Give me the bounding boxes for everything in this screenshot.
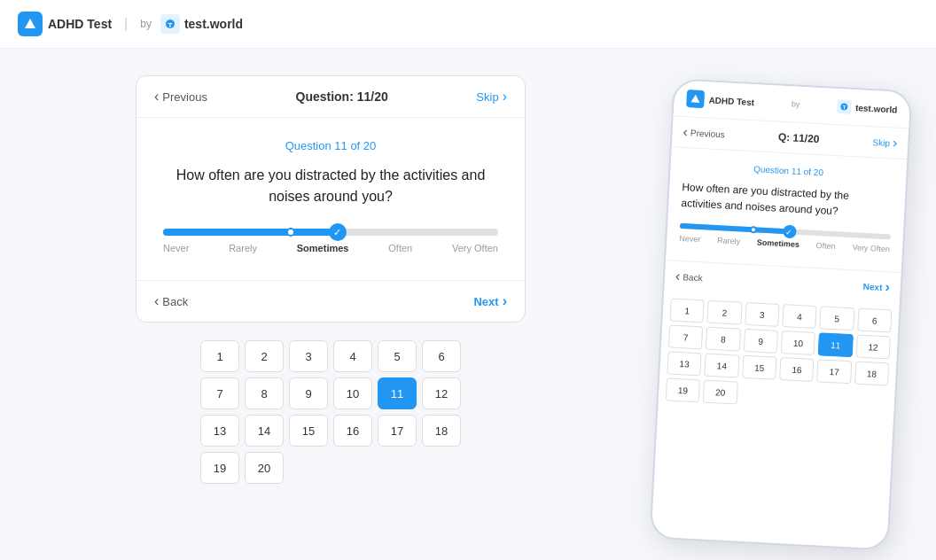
phone-number-cell-14[interactable]: 14 [705, 354, 740, 378]
left-section: Previous Question: 11/20 Skip Question 1… [35, 66, 626, 542]
number-cell-19[interactable]: 19 [200, 452, 239, 484]
number-cell-20[interactable]: 20 [245, 452, 284, 484]
number-cell-9[interactable]: 9 [289, 377, 328, 409]
phone-back-chevron-icon [675, 268, 681, 284]
number-cell-7[interactable]: 7 [200, 377, 239, 409]
phone-skip-chevron-icon [893, 135, 898, 151]
phone-question-counter: Q: 11/20 [777, 131, 819, 145]
phone-number-cell-12[interactable]: 12 [855, 335, 891, 360]
slider-labels: Never Rarely Sometimes Often Very Often [163, 243, 498, 253]
phone-skip-label: Skip [872, 137, 890, 148]
phone-slider-fill [680, 223, 790, 234]
phone-question-text: How often are you distracted by the acti… [681, 179, 893, 222]
number-cell-6[interactable]: 6 [422, 340, 461, 372]
phone-number-cell-3[interactable]: 3 [745, 302, 780, 327]
phone-number-cell-6[interactable]: 6 [857, 308, 893, 333]
phone-number-cell-11[interactable]: 11 [818, 332, 854, 357]
phone-number-cell-9[interactable]: 9 [743, 329, 778, 354]
quiz-card-header: Previous Question: 11/20 Skip [136, 76, 525, 118]
back-button[interactable]: Back [154, 293, 188, 309]
number-cell-13[interactable]: 13 [200, 415, 239, 447]
slider-label-sometimes: Sometimes [297, 243, 349, 253]
slider-label-often: Often [388, 243, 412, 253]
number-cell-8[interactable]: 8 [245, 377, 284, 409]
phone-number-cell-8[interactable]: 8 [706, 327, 741, 352]
svg-marker-0 [25, 19, 35, 28]
phone-back-label: Back [682, 272, 703, 283]
slider-track[interactable]: ✓ [163, 229, 498, 236]
next-chevron-right-icon [503, 293, 507, 309]
skip-label: Skip [476, 90, 498, 104]
phone-number-cell-19[interactable]: 19 [666, 377, 701, 402]
phone-previous-button[interactable]: Previous [682, 124, 725, 142]
phone-number-cell-17[interactable]: 17 [816, 359, 852, 384]
chevron-right-icon [503, 89, 507, 105]
header-divider: | [124, 16, 128, 32]
phone-number-cell-2[interactable]: 2 [707, 300, 743, 325]
phone-number-cell-20[interactable]: 20 [703, 380, 738, 405]
back-chevron-left-icon [154, 293, 159, 309]
number-cell-12[interactable]: 12 [422, 377, 461, 409]
phone-prev-label: Previous [690, 128, 725, 139]
quiz-card-body: Question 11 of 20 How often are you dist… [136, 118, 525, 280]
phone-number-cell-5[interactable]: 5 [820, 306, 855, 331]
number-cell-15[interactable]: 15 [289, 415, 328, 447]
number-cell-14[interactable]: 14 [245, 415, 284, 447]
phone-number-cell-15[interactable]: 15 [742, 355, 777, 380]
phone-brand-group: T test.world [837, 99, 898, 117]
phone-number-cell-16[interactable]: 16 [779, 357, 815, 382]
phone-brand-name: test.world [855, 103, 898, 114]
number-cell-10[interactable]: 10 [333, 377, 372, 409]
question-counter: Question: 11/20 [296, 89, 388, 104]
question-progress: Question 11 of 20 [163, 139, 498, 152]
phone-next-label: Next [863, 281, 883, 292]
phone-number-cell-13[interactable]: 13 [667, 351, 702, 376]
skip-button[interactable]: Skip [476, 89, 507, 105]
right-section: ADHD Test by T test.world [652, 66, 901, 542]
number-cell-2[interactable]: 2 [245, 340, 284, 372]
back-label: Back [162, 295, 188, 308]
phone-number-cell-1[interactable]: 1 [669, 298, 705, 323]
header: ADHD Test | by T test.world [0, 0, 936, 49]
number-cell-17[interactable]: 17 [378, 415, 417, 447]
phone-slider-never: Never [679, 234, 701, 244]
phone-back-button[interactable]: Back [675, 268, 703, 286]
phone-next-chevron-icon [885, 279, 890, 295]
next-button[interactable]: Next [473, 293, 507, 309]
slider-container[interactable]: ✓ Never Rarely Sometimes Often Very Ofte… [163, 229, 498, 253]
quiz-card: Previous Question: 11/20 Skip Question 1… [136, 75, 526, 323]
phone-mockup: ADHD Test by T test.world [650, 78, 913, 550]
phone-brand-logo-icon: T [837, 99, 852, 114]
number-cell-5[interactable]: 5 [378, 340, 417, 372]
quiz-card-footer: Back Next [136, 280, 525, 322]
number-cell-16[interactable]: 16 [333, 415, 372, 447]
phone-number-cell-7[interactable]: 7 [668, 324, 704, 349]
header-brand-name: test.world [184, 17, 243, 31]
previous-button[interactable]: Previous [154, 89, 207, 105]
phone-question-progress: Question 11 of 20 [682, 160, 893, 181]
header-by-label: by [140, 18, 152, 30]
phone-number-cell-18[interactable]: 18 [854, 361, 890, 385]
number-cell-11[interactable]: 11 [378, 377, 417, 409]
slider-check-icon: ✓ [329, 223, 347, 241]
slider-label-never: Never [163, 243, 189, 253]
phone-logo-icon [686, 89, 705, 108]
phone-slider-very-often: Very Often [852, 243, 890, 253]
number-cell-1[interactable]: 1 [200, 340, 239, 372]
slider-label-very-often: Very Often [452, 243, 498, 253]
svg-text:T: T [842, 105, 846, 110]
phone-slider-often: Often [815, 241, 836, 251]
number-cell-18[interactable]: 18 [422, 415, 461, 447]
phone-slider-rarely: Rarely [717, 236, 741, 245]
phone-slider-check-icon: ✓ [783, 224, 797, 238]
phone-number-cell-10[interactable]: 10 [781, 331, 816, 355]
next-label: Next [473, 295, 498, 308]
number-cell-3[interactable]: 3 [289, 340, 328, 372]
phone-skip-button[interactable]: Skip [872, 134, 898, 151]
phone-next-button[interactable]: Next [862, 278, 890, 296]
phone-prev-chevron-icon [682, 124, 688, 140]
previous-label: Previous [162, 90, 207, 104]
number-cell-4[interactable]: 4 [333, 340, 372, 372]
phone-number-cell-4[interactable]: 4 [782, 304, 817, 329]
slider-label-rarely: Rarely [229, 243, 257, 253]
